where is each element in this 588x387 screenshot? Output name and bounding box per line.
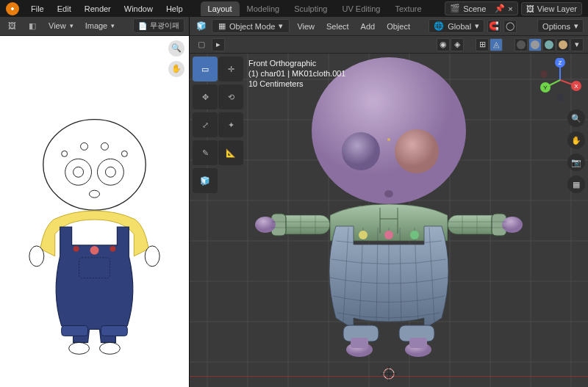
pan-hand-icon[interactable]: ✋ (567, 131, 585, 149)
viewport-header-row2: ▢ ▸ ◉ ◈ ⊞ ◬ ▾ (190, 36, 588, 54)
menu-window[interactable]: Window (118, 2, 159, 15)
3d-viewport[interactable]: ▭ ✛ ✥ ⟲ ⤢ ✦ ✎ 📐 🧊 Front Orthograph (190, 54, 588, 387)
svg-point-5 (62, 151, 68, 156)
tool-select-box[interactable]: ▭ (193, 57, 218, 82)
svg-point-56 (410, 231, 419, 239)
editor-type-3d-icon[interactable]: 🧊 (194, 19, 209, 34)
mode-selector[interactable]: ▦ Object Mode ▾ (212, 19, 290, 33)
proportional-toggle[interactable]: ◯ (503, 20, 517, 33)
svg-text:X: X (574, 83, 578, 90)
chevron-down-icon: ▾ (279, 21, 283, 31)
image-editor-header: 🖼 ◧ View Image 📄 무광이패 (0, 17, 189, 36)
menu-render[interactable]: Render (79, 2, 117, 15)
viewport-select-menu[interactable]: Select (322, 21, 354, 32)
tab-sculpting[interactable]: Sculpting (287, 1, 334, 16)
shading-material[interactable] (542, 38, 556, 51)
viewport-object-menu[interactable]: Object (382, 21, 415, 32)
chevron-down-icon: ▾ (574, 21, 578, 31)
view-layer-selector[interactable]: 🖼 View Layer (521, 2, 582, 15)
xray-wire-toggles: ⊞ ◬ (476, 38, 503, 51)
options-dropdown[interactable]: Options ▾ (537, 19, 584, 33)
svg-point-15 (90, 246, 99, 255)
svg-point-9 (90, 190, 100, 198)
overlay-toggles: ◉ ◈ (437, 38, 464, 51)
shading-options-dropdown[interactable]: ▾ (570, 38, 584, 51)
model-overalls (329, 226, 448, 341)
svg-point-2 (74, 167, 84, 177)
image-name-field[interactable]: 📄 무광이패 (133, 18, 184, 33)
tool-scale[interactable]: ⤢ (193, 112, 218, 137)
orientation-selector[interactable]: 🌐 Global ▾ (429, 19, 484, 33)
menu-file[interactable]: File (25, 2, 50, 15)
wireframe-overlay-toggle[interactable]: ◬ (490, 38, 503, 51)
cursor-tool-icon[interactable]: ▢ (194, 37, 209, 52)
reference-image-canvas[interactable]: 🔍 ✋ (0, 36, 189, 387)
svg-point-35 (255, 217, 276, 233)
camera-view-icon[interactable]: 📷 (567, 153, 585, 171)
perspective-toggle-icon[interactable]: ▦ (567, 176, 585, 193)
svg-point-18 (69, 342, 90, 354)
svg-rect-16 (62, 325, 88, 336)
tool-cursor[interactable]: ✛ (218, 57, 243, 82)
shading-rendered[interactable] (556, 38, 570, 51)
image-title: 무광이패 (150, 21, 179, 31)
character-model[interactable] (249, 54, 528, 366)
viewport-view-menu[interactable]: View (293, 21, 319, 32)
tool-measure[interactable]: 📐 (218, 140, 243, 165)
zoom-icon[interactable]: 🔍 (567, 109, 585, 127)
svg-rect-59 (351, 338, 368, 348)
image-mode-icon[interactable]: ◧ (25, 18, 40, 33)
zoom-icon[interactable]: 🔍 (168, 40, 184, 57)
svg-point-0 (43, 119, 146, 210)
workspace-tabs: Layout Modeling Sculpting UV Editing Tex… (201, 1, 429, 16)
grid-scale-label: 10 Centimeters (248, 79, 345, 89)
tool-transform[interactable]: ✦ (218, 112, 243, 137)
show-gizmo-toggle[interactable]: ◉ (437, 38, 450, 51)
tool-rotate[interactable]: ⟲ (218, 84, 243, 109)
options-label: Options (542, 22, 570, 31)
top-menu-bar: File Edit Render Window Help Layout Mode… (0, 0, 588, 17)
shading-solid[interactable] (528, 38, 542, 51)
tab-layout[interactable]: Layout (201, 1, 240, 16)
globe-icon: 🌐 (434, 21, 444, 31)
menu-edit[interactable]: Edit (51, 2, 77, 15)
pin-icon[interactable]: 📌 (495, 4, 505, 13)
scene-selector[interactable]: 🎬 Scene 📌 × (445, 1, 518, 15)
svg-point-7 (81, 142, 88, 150)
model-mouth (384, 190, 393, 198)
svg-point-54 (359, 231, 368, 239)
svg-point-13 (74, 246, 79, 252)
svg-text:Y: Y (543, 84, 548, 91)
viewport-add-menu[interactable]: Add (356, 21, 380, 32)
image-image-menu[interactable]: Image (82, 20, 118, 32)
pan-icon[interactable]: ✋ (168, 61, 184, 77)
shading-modes: ▾ (514, 38, 584, 51)
viewport-info: Front Orthographic (1) char01 | MK01clot… (248, 58, 345, 89)
svg-point-3 (97, 159, 123, 185)
tool-move[interactable]: ✥ (193, 84, 218, 109)
close-icon[interactable]: × (508, 4, 512, 13)
tab-texture[interactable]: Texture (387, 1, 429, 16)
scene-name: Scene (463, 4, 486, 13)
show-overlays-toggle[interactable]: ◈ (451, 38, 464, 51)
editor-type-icon[interactable]: 🖼 (4, 18, 19, 33)
shading-wireframe[interactable] (514, 38, 528, 51)
navigation-gizmo[interactable]: Z X Y (538, 58, 582, 102)
image-editor-panel: 🖼 ◧ View Image 📄 무광이패 🔍 ✋ (0, 17, 190, 387)
model-eye-right (395, 129, 439, 173)
svg-point-6 (121, 151, 127, 156)
blender-logo-icon (6, 2, 19, 15)
svg-point-1 (65, 159, 92, 185)
tab-uv-editing[interactable]: UV Editing (334, 1, 387, 16)
tool-add-primitive[interactable]: 🧊 (193, 168, 218, 193)
select-mode-vert[interactable]: ▸ (212, 38, 225, 51)
tab-modeling[interactable]: Modeling (240, 1, 287, 16)
menu-help[interactable]: Help (160, 2, 189, 15)
svg-text:Z: Z (559, 59, 562, 66)
projection-label: Front Orthographic (248, 58, 345, 68)
svg-point-19 (99, 342, 120, 354)
image-view-menu[interactable]: View (46, 20, 76, 32)
snap-toggle[interactable]: 🧲 (487, 20, 501, 33)
xray-toggle[interactable]: ⊞ (476, 38, 489, 51)
tool-annotate[interactable]: ✎ (193, 140, 218, 165)
